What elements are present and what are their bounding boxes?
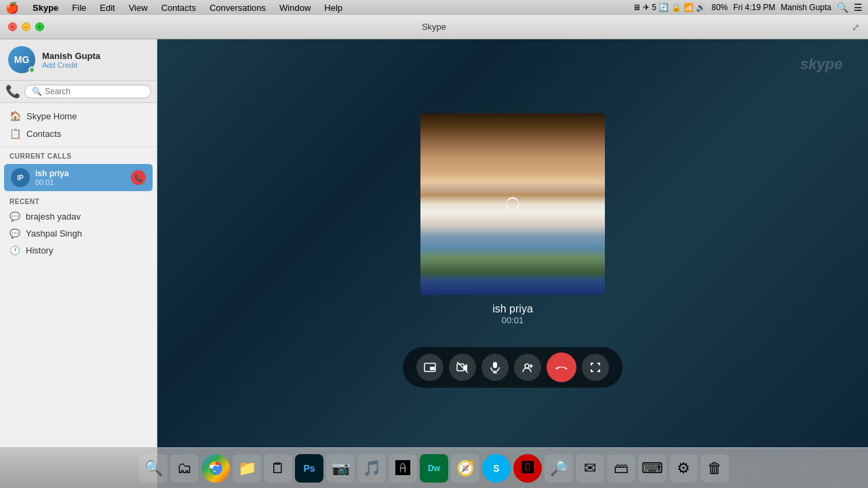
title-bar-right: ⤢ [852, 22, 860, 33]
menu-bar: 🍎 Skype File Edit View Contacts Conversa… [0, 0, 868, 15]
menu-battery: 80% [711, 3, 728, 12]
status-indicator [28, 66, 35, 73]
video-toggle-button[interactable] [449, 354, 476, 381]
home-icon: 🏠 [9, 110, 21, 121]
recent-item-yashpal[interactable]: 💬 Yashpal Singh [0, 225, 157, 242]
recent-item-brajesh[interactable]: 💬 brajesh yadav [0, 208, 157, 225]
add-person-button[interactable] [514, 354, 541, 381]
dock-itunes[interactable]: 🎵 [357, 454, 386, 483]
video-frame [420, 113, 605, 295]
add-credit-link[interactable]: Add Credit [42, 61, 100, 69]
dock-files[interactable]: 🗃 [607, 454, 635, 483]
loading-overlay [506, 197, 519, 211]
main-area: skype ish priya 00:01 [157, 39, 868, 488]
dock-system-prefs[interactable]: ⚙ [669, 454, 698, 483]
menu-contacts[interactable]: Contacts [159, 3, 199, 13]
svg-rect-2 [430, 367, 435, 370]
video-container: ish priya 00:01 [403, 113, 623, 388]
caller-info: ish priya 00:01 [492, 303, 533, 325]
search-box: 🔍 [24, 85, 151, 98]
dock-safari[interactable]: 🧭 [451, 454, 479, 483]
sidebar-item-home-label: Skype Home [26, 111, 77, 121]
dock-ps[interactable]: Ps [295, 454, 323, 483]
search-input[interactable] [45, 87, 144, 96]
phone-icon[interactable]: 📞 [5, 84, 20, 99]
sidebar-sections: 🏠 Skype Home 📋 Contacts CURRENT CALLS IP [0, 103, 157, 488]
microphone-button[interactable] [481, 354, 509, 381]
dock: 🔍 🗂 📁 🗒 Ps 📷 🎵 🅰 Dw 🧭 S 🅾 [0, 447, 868, 488]
menu-view[interactable]: View [126, 3, 151, 13]
dock-finder[interactable]: 🔍 [139, 454, 167, 483]
dock-chrome[interactable] [201, 454, 230, 483]
close-button[interactable]: × [8, 22, 17, 31]
call-controls [403, 347, 623, 388]
pip-button[interactable] [416, 354, 443, 381]
menu-window[interactable]: Window [277, 3, 313, 13]
recent-brajesh-label: brajesh yadav [26, 211, 81, 222]
menu-help[interactable]: Help [321, 3, 345, 13]
traffic-lights: × − + [8, 22, 44, 31]
sidebar-nav: 🏠 Skype Home 📋 Contacts [0, 103, 157, 147]
recent-brajesh-icon: 💬 [9, 211, 20, 222]
dock-skype[interactable]: S [482, 454, 511, 483]
menu-username: Manish Gupta [781, 3, 831, 12]
dock-appstore[interactable]: 🅰 [389, 454, 417, 483]
recent-label: RECENT [0, 192, 157, 208]
video-background [420, 113, 605, 295]
dock-photos[interactable]: 📷 [326, 454, 355, 483]
call-timer: 00:01 [492, 315, 533, 325]
call-item-duration: 00:01 [35, 178, 131, 186]
resize-icon[interactable]: ⤢ [852, 22, 860, 33]
dock-notes[interactable]: 🗒 [264, 454, 292, 483]
profile-info: Manish Gupta Add Credit [42, 51, 100, 69]
end-call-sidebar-button[interactable]: 📞 [131, 170, 146, 185]
sidebar-item-contacts[interactable]: 📋 Contacts [0, 125, 157, 142]
dock-dreamweaver[interactable]: Dw [420, 454, 448, 483]
menu-icons: 🖥 ✈ 5 🔄 🔒 📶 🔊 [633, 3, 707, 12]
recent-yashpal-label: Yashpal Singh [26, 228, 82, 239]
search-magnifier-icon: 🔍 [32, 87, 42, 96]
history-icon: 🕐 [9, 245, 20, 256]
history-label: History [26, 245, 53, 256]
menu-conversations[interactable]: Conversations [207, 3, 269, 13]
call-item-name: ish priya [35, 169, 131, 178]
fullscreen-button[interactable] [582, 354, 609, 381]
menu-edit[interactable]: Edit [97, 3, 117, 13]
dock-launchpad[interactable]: 🗂 [170, 454, 199, 483]
dock-terminal[interactable]: ⌨ [638, 454, 667, 483]
dock-search2[interactable]: 🔎 [545, 454, 573, 483]
profile-area: MG Manish Gupta Add Credit [0, 39, 157, 81]
svg-text:skype: skype [800, 56, 842, 73]
window-title: Skype [422, 22, 446, 32]
contacts-icon: 📋 [9, 128, 21, 139]
call-item-avatar: IP [11, 168, 30, 187]
title-bar: × − + Skype ⤢ [0, 15, 868, 39]
dock-trash[interactable]: 🗑 [701, 454, 729, 483]
svg-rect-5 [493, 362, 497, 368]
menu-bar-right: 🖥 ✈ 5 🔄 🔒 📶 🔊 80% Fri 4:19 PM Manish Gup… [633, 2, 863, 13]
dock-opera[interactable]: 🅾 [513, 454, 542, 483]
end-call-sidebar-icon: 📞 [134, 174, 142, 182]
menu-file[interactable]: File [69, 3, 89, 13]
menu-datetime: Fri 4:19 PM [733, 3, 775, 12]
menu-app-name[interactable]: Skype [30, 3, 61, 13]
current-calls-label: CURRENT CALLS [0, 147, 157, 163]
dock-finder2[interactable]: 📁 [233, 454, 261, 483]
end-call-button[interactable] [547, 352, 576, 382]
history-item[interactable]: 🕐 History [0, 242, 157, 259]
skype-watermark: skype [800, 53, 854, 78]
maximize-button[interactable]: + [35, 22, 44, 31]
sidebar-item-home[interactable]: 🏠 Skype Home [0, 107, 157, 125]
sidebar: MG Manish Gupta Add Credit 📞 🔍 [0, 39, 157, 488]
app-content: MG Manish Gupta Add Credit 📞 🔍 [0, 39, 868, 488]
skype-window: × − + Skype ⤢ MG Manish Gupta [0, 15, 868, 488]
avatar: MG [8, 46, 35, 73]
svg-point-8 [525, 364, 529, 368]
apple-menu-icon[interactable]: 🍎 [5, 1, 19, 14]
sidebar-item-contacts-label: Contacts [26, 129, 61, 139]
menu-extra-icon[interactable]: ☰ [854, 2, 863, 13]
current-call-item[interactable]: IP ish priya 00:01 📞 [4, 164, 153, 191]
spotlight-icon[interactable]: 🔍 [837, 2, 848, 13]
minimize-button[interactable]: − [22, 22, 31, 31]
dock-mail[interactable]: ✉ [576, 454, 604, 483]
